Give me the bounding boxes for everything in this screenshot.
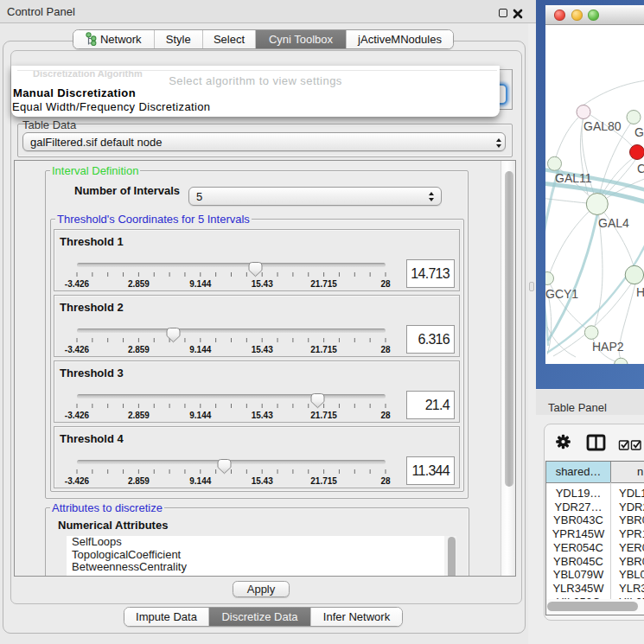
svg-text:15.43: 15.43 (252, 279, 273, 289)
svg-text:2.859: 2.859 (128, 411, 150, 420)
svg-text:GAL80: GAL80 (583, 119, 622, 133)
svg-text:HAP2: HAP2 (592, 340, 624, 354)
svg-text:-3.426: -3.426 (65, 476, 90, 486)
svg-text:GA: GA (634, 125, 644, 139)
svg-text:21.715: 21.715 (310, 411, 337, 420)
svg-text:-3.426: -3.426 (65, 411, 90, 420)
svg-text:GAL4: GAL4 (598, 216, 629, 230)
svg-text:2.859: 2.859 (128, 279, 150, 289)
svg-text:H: H (636, 285, 644, 299)
svg-text:28: 28 (380, 279, 391, 289)
svg-text:GCY1: GCY1 (545, 287, 578, 301)
svg-text:2.859: 2.859 (128, 476, 150, 486)
svg-text:9.144: 9.144 (189, 476, 211, 486)
svg-text:28: 28 (380, 411, 391, 420)
svg-text:9.144: 9.144 (189, 279, 211, 289)
svg-text:21.715: 21.715 (310, 476, 337, 486)
svg-text:15.43: 15.43 (252, 411, 273, 420)
svg-text:-3.426: -3.426 (65, 345, 90, 354)
svg-text:9.144: 9.144 (189, 345, 211, 354)
svg-text:28: 28 (380, 345, 391, 354)
svg-text:21.715: 21.715 (310, 345, 337, 354)
svg-text:15.43: 15.43 (252, 345, 273, 354)
svg-text:28: 28 (380, 476, 391, 486)
svg-text:GAL11: GAL11 (555, 171, 592, 185)
svg-text:9.144: 9.144 (189, 411, 211, 420)
svg-text:-3.426: -3.426 (65, 279, 90, 289)
svg-text:21.715: 21.715 (310, 279, 337, 289)
svg-text:2.859: 2.859 (128, 345, 150, 354)
svg-text:15.43: 15.43 (252, 476, 273, 486)
svg-text:C: C (637, 162, 644, 175)
